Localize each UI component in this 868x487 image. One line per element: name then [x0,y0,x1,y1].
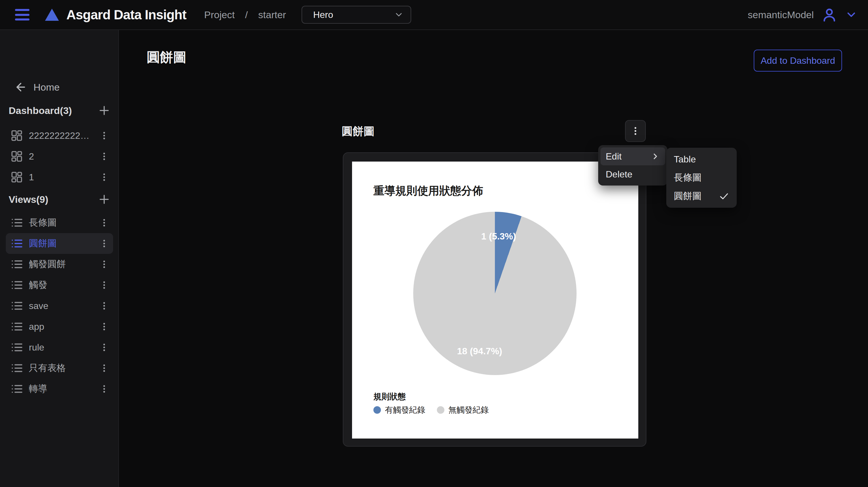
menu-item-label: 長條圖 [674,171,702,184]
legend-swatch-blue [373,406,381,414]
sidebar-item-label: app [29,321,99,332]
menu-item-label: 圓餅圖 [674,190,702,202]
submenu-item-bar-chart[interactable]: 長條圖 [669,168,734,187]
kebab-menu-icon[interactable] [99,384,109,394]
kebab-menu-icon[interactable] [99,363,109,373]
kebab-menu-icon[interactable] [99,218,109,228]
context-submenu: Table 長條圖 圓餅圖 [666,148,737,208]
legend-item[interactable]: 無觸發紀錄 [437,404,489,416]
dashboard-section-header: Dashboard(3) [9,104,110,117]
menu-item-delete[interactable]: Delete [600,165,665,183]
pie-slice-label-blue: 1 (5.3%) [481,231,516,242]
logo-triangle-icon [45,9,59,21]
kebab-menu-icon[interactable] [99,343,109,352]
kebab-menu-icon[interactable] [99,280,109,290]
sidebar-item-label: 1 [29,172,99,183]
sidebar-item-view[interactable]: 長條圖 [6,212,113,233]
kebab-menu-icon[interactable] [99,152,109,161]
home-label: Home [33,82,60,93]
breadcrumb-separator: / [245,9,248,21]
views-section-label: Views(9) [9,194,48,205]
sidebar-item-label: 圓餅圖 [29,237,99,250]
sidebar-item-view[interactable]: app [6,316,113,337]
workspace-select-value: Hero [313,9,394,20]
list-icon [10,216,24,230]
sidebar-item-dashboard[interactable]: 2 [6,146,113,167]
sidebar-item-label: save [29,301,99,311]
workspace-select[interactable]: Hero [302,6,411,24]
sidebar: Home Dashboard(3) 2222222222… [0,30,119,487]
list-icon [10,299,24,313]
add-view-icon[interactable] [98,193,110,205]
breadcrumb: Project / starter [204,9,286,21]
dashboard-section-label: Dashboard(3) [9,105,72,116]
sidebar-item-view[interactable]: 轉導 [6,379,113,399]
submenu-item-pie-chart[interactable]: 圓餅圖 [669,187,734,205]
submenu-item-table[interactable]: Table [669,150,734,168]
list-icon [10,382,24,396]
breadcrumb-starter[interactable]: starter [258,9,286,21]
check-icon [719,191,729,201]
kebab-menu-icon[interactable] [99,322,109,331]
add-to-dashboard-button[interactable]: Add to Dashboard [754,50,842,71]
sidebar-item-label: 長條圖 [29,216,99,229]
sidebar-item-label: 觸發圓餅 [29,258,99,271]
sidebar-item-label: 2222222222… [29,130,99,141]
menu-item-edit[interactable]: Edit [600,148,665,165]
chart-card: 重導規則使用狀態分佈 1 (5.3%) 18 (94.7%) 規則狀態 有觸發紀… [343,152,646,447]
arrow-left-icon [14,81,27,94]
sidebar-item-label: 只有表格 [29,362,99,375]
dashboard-grid-icon [10,150,24,163]
sidebar-item-view[interactable]: 圓餅圖 [6,233,113,254]
chevron-right-icon [651,152,660,161]
kebab-menu-icon[interactable] [99,238,109,249]
pie-slice-label-gray: 18 (94.7%) [457,346,502,357]
chevron-down-icon [394,10,404,20]
semantic-model-label: semanticModel [748,9,814,21]
user-icon[interactable] [821,7,837,23]
chart-title: 重導規則使用狀態分佈 [373,184,483,198]
breadcrumb-project[interactable]: Project [204,9,235,21]
home-button[interactable]: Home [14,81,60,94]
menu-hamburger-icon[interactable] [15,9,29,21]
views-section-header: Views(9) [9,193,110,205]
sidebar-item-view[interactable]: 觸發圓餅 [6,254,113,275]
kebab-menu-icon[interactable] [99,131,109,140]
kebab-menu-icon[interactable] [99,259,109,269]
view-options-button[interactable] [625,120,646,142]
menu-item-label: Edit [606,151,622,162]
kebab-menu-icon[interactable] [99,301,109,311]
sidebar-item-label: 轉導 [29,383,99,395]
list-icon [10,361,24,375]
dashboard-grid-icon [10,129,24,142]
legend-label: 無觸發紀錄 [448,404,489,416]
user-chevron-down-icon[interactable] [845,8,858,21]
dashboard-list: 2222222222… 2 1 [6,125,113,188]
sidebar-item-dashboard[interactable]: 1 [6,167,113,188]
sidebar-item-view[interactable]: 只有表格 [6,358,113,379]
kebab-menu-icon[interactable] [99,172,109,182]
list-icon [10,236,24,251]
sidebar-item-view[interactable]: save [6,295,113,316]
sidebar-item-dashboard[interactable]: 2222222222… [6,125,113,146]
views-list: 長條圖 圓餅圖 觸發圓餅 [6,212,113,399]
kebab-menu-icon [630,126,641,136]
dashboard-grid-icon [10,170,24,184]
list-icon [10,340,24,354]
legend-title: 規則狀態 [373,391,406,402]
legend: 有觸發紀錄 無觸發紀錄 [373,404,489,416]
sidebar-item-view[interactable]: 觸發 [6,275,113,295]
sidebar-item-label: rule [29,342,99,353]
app-title: Asgard Data Insight [66,7,186,23]
legend-item[interactable]: 有觸發紀錄 [373,404,425,416]
context-menu: Edit Delete [598,145,668,186]
menu-item-label: Table [674,154,696,165]
app-root: Asgard Data Insight Project / starter He… [0,0,868,487]
navbar-right: semanticModel [748,7,858,23]
menu-item-label: Delete [606,169,632,180]
add-dashboard-icon[interactable] [98,104,110,117]
sidebar-item-view[interactable]: rule [6,337,113,358]
legend-label: 有觸發紀錄 [385,404,425,416]
list-icon [10,257,24,271]
list-icon [10,320,24,333]
